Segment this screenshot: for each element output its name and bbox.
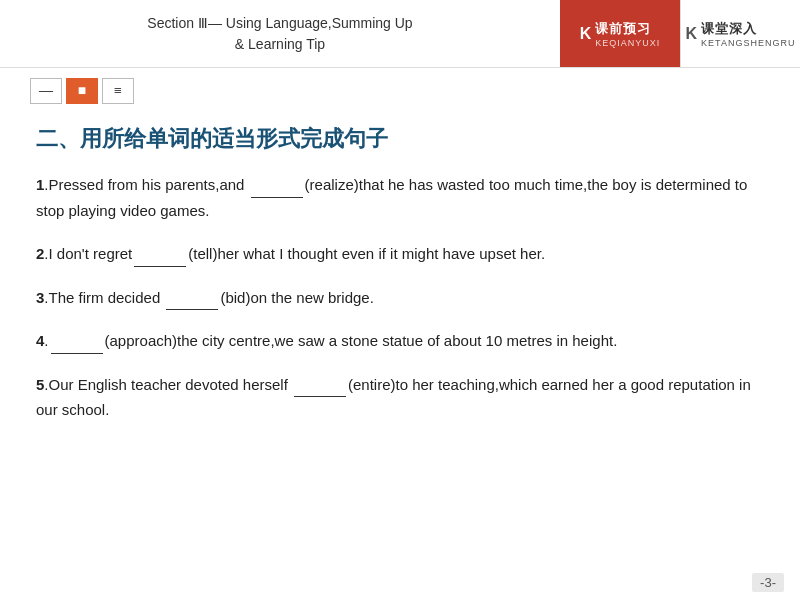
q2-hint: (tell): [188, 245, 217, 262]
q4-before: .: [44, 332, 48, 349]
q5-hint: (entire): [348, 376, 396, 393]
toolbar-btn-1[interactable]: —: [30, 78, 62, 104]
btn-right-text: 课堂深入 KETANGSHENGRU: [701, 20, 795, 48]
q1-hint: (realize): [305, 176, 359, 193]
keqianyuxi-button[interactable]: K 课前预习 KEQIANYUXI: [560, 0, 680, 67]
q3-hint: (bid): [220, 289, 250, 306]
q3-blank: [166, 294, 218, 310]
question-3: 3.The firm decided (bid)on the new bridg…: [36, 285, 764, 311]
q5-blank: [294, 381, 346, 397]
q3-before: .The firm decided: [44, 289, 164, 306]
q2-blank: [134, 251, 186, 267]
content: 二、用所给单词的适当形式完成句子 1.Pressed from his pare…: [0, 114, 800, 461]
q1-blank: [251, 182, 303, 198]
question-2: 2.I don't regret(tell)her what I thought…: [36, 241, 764, 267]
question-4: 4.(approach)the city centre,we saw a sto…: [36, 328, 764, 354]
q2-before: .I don't regret: [44, 245, 132, 262]
header-title: Section Ⅲ— Using Language,Summing Up & L…: [0, 0, 560, 67]
q5-before: .Our English teacher devoted herself: [44, 376, 292, 393]
q2-after: her what I thought even if it might have…: [217, 245, 545, 262]
header-title-text: Section Ⅲ— Using Language,Summing Up & L…: [147, 13, 412, 55]
q1-before: .Pressed from his parents,and: [44, 176, 248, 193]
header: Section Ⅲ— Using Language,Summing Up & L…: [0, 0, 800, 68]
toolbar-btn-3[interactable]: ≡: [102, 78, 134, 104]
toolbar-btn-2[interactable]: ■: [66, 78, 98, 104]
k-icon-left: K: [580, 25, 592, 43]
q4-hint: (approach): [105, 332, 178, 349]
q4-blank: [51, 338, 103, 354]
k-icon-right: K: [686, 25, 698, 43]
q3-after: on the new bridge.: [250, 289, 373, 306]
question-1: 1.Pressed from his parents,and (realize)…: [36, 172, 764, 223]
q4-after: the city centre,we saw a stone statue of…: [177, 332, 617, 349]
page-number: -3-: [752, 573, 784, 592]
btn-left-text: 课前预习 KEQIANYUXI: [595, 20, 660, 48]
toolbar: — ■ ≡: [0, 68, 800, 114]
ketangshengru-button[interactable]: K 课堂深入 KETANGSHENGRU: [680, 0, 800, 67]
section-title: 二、用所给单词的适当形式完成句子: [36, 124, 764, 154]
question-5: 5.Our English teacher devoted herself (e…: [36, 372, 764, 423]
